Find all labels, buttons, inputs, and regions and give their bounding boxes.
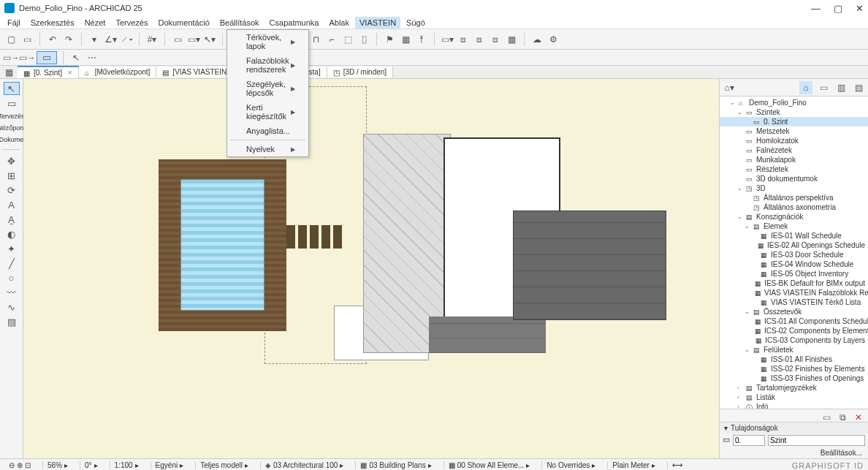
rotate-tool-icon[interactable]: ⟳ bbox=[4, 183, 20, 197]
trim-icon[interactable]: ⌷ bbox=[357, 33, 370, 46]
tree-node[interactable]: ◳Általános perspektíva bbox=[720, 193, 868, 202]
tree-node[interactable]: ◳Általános axonometria bbox=[720, 202, 868, 212]
hatch-tool-icon[interactable]: ▨ bbox=[4, 315, 20, 328]
move-tool-icon[interactable]: ✥ bbox=[4, 154, 20, 167]
zoom-out-icon[interactable]: ⊖ bbox=[9, 461, 15, 469]
tree-node[interactable]: ▦IES-02 All Openings Schedule bbox=[720, 240, 868, 250]
nav-pub-icon[interactable]: ▤ bbox=[852, 81, 865, 94]
cloud-icon[interactable]: ☁ bbox=[530, 33, 544, 46]
tree-node[interactable]: ⌄▤Elemek bbox=[720, 221, 868, 231]
page-dropdown-icon[interactable]: ▭▾ bbox=[441, 33, 454, 46]
marquee-tool-icon[interactable]: ▭ bbox=[4, 96, 20, 110]
tab-close-icon[interactable]: × bbox=[68, 69, 72, 77]
select-mode1-icon[interactable]: ▭→ bbox=[4, 51, 18, 64]
nav-layout-icon[interactable]: ▥ bbox=[834, 81, 848, 94]
dotdot-icon[interactable]: ⋯ bbox=[85, 51, 99, 64]
point-tool-icon[interactable]: ✦ bbox=[4, 242, 20, 255]
zoom-fit-icon[interactable]: ⊡ bbox=[25, 461, 31, 469]
extrude-icon[interactable]: ⬚ bbox=[341, 33, 354, 46]
tree-node[interactable]: ▦IES-01 Wall Schedule bbox=[720, 231, 868, 240]
close-button[interactable]: ✕ bbox=[856, 3, 864, 14]
zoom-in-icon[interactable]: ⊕ bbox=[17, 461, 23, 469]
tree-node[interactable]: ▭Falnézetek bbox=[720, 145, 868, 155]
dim-icon[interactable]: ⟷ bbox=[667, 461, 687, 469]
tree-node[interactable]: ▦IES-BK Default for BIMx output bbox=[720, 278, 868, 288]
tree-node[interactable]: ▦IES-04 Window Schedule bbox=[720, 259, 868, 269]
overrides-combo[interactable]: No Overrides ▸ bbox=[541, 461, 600, 469]
view-tab[interactable]: ◳[3D / minden] bbox=[327, 67, 393, 77]
tree-node[interactable]: ▭3D dokumentumok bbox=[720, 174, 868, 183]
menu-tervezés[interactable]: Tervezés bbox=[111, 17, 152, 29]
grid2-icon[interactable]: ▦ bbox=[505, 33, 518, 46]
view-tab[interactable]: ⌂[Műveletközpont] bbox=[79, 67, 157, 77]
polyline-tool-icon[interactable]: 〰 bbox=[4, 286, 20, 299]
tree-node[interactable]: ▦IES-05 Object Inventory bbox=[720, 269, 868, 278]
tree-node[interactable]: ⌄▤Összetevők bbox=[720, 307, 868, 317]
redo-icon[interactable]: ↷ bbox=[62, 33, 75, 46]
menu-dokumentáció[interactable]: Dokumentáció bbox=[153, 17, 213, 29]
cursor-icon[interactable]: ↖ bbox=[69, 51, 83, 64]
layer-combo[interactable]: ◈ 03 Architectural 100▸ bbox=[260, 461, 348, 469]
brand-label[interactable]: GRAPHISOFT ID bbox=[792, 461, 864, 470]
dropdown-item[interactable]: Térkövek, lapok▶ bbox=[227, 30, 308, 53]
section-dokume[interactable]: Dokume bbox=[0, 134, 25, 145]
cursor-dropdown-icon[interactable]: ↖▾ bbox=[203, 33, 216, 46]
nav-home-icon[interactable]: ⌂▾ bbox=[723, 81, 736, 94]
menu-beállítások[interactable]: Beállítások bbox=[216, 17, 264, 29]
stack2-icon[interactable]: ⧈ bbox=[473, 33, 486, 46]
menu-csapatmunka[interactable]: Csapatmunka bbox=[265, 17, 324, 29]
settings-link[interactable]: Beállítások... bbox=[720, 447, 868, 458]
tree-node[interactable]: ▭Metszetek bbox=[720, 126, 868, 136]
adjust-icon[interactable]: ⌐ bbox=[325, 33, 338, 46]
select-mode2-icon[interactable]: ▭→ bbox=[20, 51, 34, 64]
circle-tool-icon[interactable]: ○ bbox=[4, 271, 20, 284]
properties-header[interactable]: ▾Tulajdonságok bbox=[720, 422, 868, 433]
angle-dropdown-icon[interactable]: ∠▾ bbox=[104, 33, 117, 46]
prop-id-field[interactable] bbox=[733, 435, 765, 446]
tree-node[interactable]: ⌄◳3D bbox=[720, 183, 868, 193]
nav-view-icon[interactable]: ▭ bbox=[817, 81, 830, 94]
tree-node[interactable]: ▦ISS-01 All Finishes bbox=[720, 355, 868, 364]
publish-icon[interactable]: ⭱ bbox=[415, 33, 428, 46]
tree-node[interactable]: ▦ISS-02 Finishes by Elements bbox=[720, 364, 868, 374]
tab-grid-icon[interactable]: ▦ bbox=[0, 66, 18, 79]
stack1-icon[interactable]: ⧈ bbox=[457, 33, 470, 46]
minimize-button[interactable]: — bbox=[811, 3, 821, 14]
drawing-canvas[interactable] bbox=[23, 79, 719, 458]
tree-node[interactable]: ›▤Listák bbox=[720, 393, 868, 402]
menu-fájl[interactable]: Fájl bbox=[3, 17, 25, 29]
units-combo[interactable]: Plain Meter ▸ bbox=[607, 461, 660, 469]
arrow-dropdown-icon[interactable]: ▾ bbox=[88, 33, 101, 46]
new-file-icon[interactable]: ▢ bbox=[4, 33, 18, 46]
open-file-icon[interactable]: ▭ bbox=[20, 33, 34, 46]
showall-combo[interactable]: ▦ 00 Show All Eleme...▸ bbox=[443, 461, 535, 469]
tree-node[interactable]: ⌄▭Szintek bbox=[720, 107, 868, 117]
tree-node[interactable]: ⌄▤Konszignációk bbox=[720, 212, 868, 221]
tree-node[interactable]: ›ⓘInfó bbox=[720, 402, 868, 409]
rotation-value[interactable]: 0° ▸ bbox=[80, 461, 102, 469]
scale-value[interactable]: 1:100 ▸ bbox=[110, 461, 143, 469]
spline-tool-icon[interactable]: ∿ bbox=[4, 300, 20, 314]
menu-nézet[interactable]: Nézet bbox=[80, 17, 110, 29]
undo-icon[interactable]: ↶ bbox=[46, 33, 59, 46]
view-type[interactable]: Egyéni ▸ bbox=[151, 461, 189, 469]
plan-combo[interactable]: ▦ 03 Building Plans ▸ bbox=[355, 461, 435, 469]
dropdown-item[interactable]: Nyelvek▶ bbox=[227, 142, 308, 156]
menu-súgó[interactable]: Súgó bbox=[402, 17, 430, 29]
flag-icon[interactable]: ⚑ bbox=[383, 33, 396, 46]
tree-node[interactable]: ▦ICS-03 Components by Layers bbox=[720, 336, 868, 345]
tree-node[interactable]: ▭0. Szint bbox=[720, 117, 868, 126]
tree-node[interactable]: ›▤Tartalomjegyzékek bbox=[720, 383, 868, 393]
select-mode3-icon[interactable]: ▭ bbox=[37, 51, 57, 64]
section-tervezes[interactable]: Tervezés bbox=[0, 111, 26, 121]
tree-node[interactable]: ▭Részletek bbox=[720, 164, 868, 174]
model-filter[interactable]: Teljes modell ▸ bbox=[195, 461, 253, 469]
wall-tool-icon[interactable]: ⊞ bbox=[4, 169, 20, 182]
tree-node[interactable]: ▦VIAS VIASTEIN Térkő Lista bbox=[720, 297, 868, 307]
stack3-icon[interactable]: ⧈ bbox=[489, 33, 502, 46]
nav-proj-icon[interactable]: ⌂ bbox=[799, 81, 812, 94]
spread-icon[interactable]: ▦ bbox=[399, 33, 412, 46]
prop-name-field[interactable] bbox=[768, 435, 865, 446]
menu-ablak[interactable]: Ablak bbox=[324, 17, 354, 29]
view-tab[interactable]: ▦[0. Szint]× bbox=[18, 66, 79, 78]
